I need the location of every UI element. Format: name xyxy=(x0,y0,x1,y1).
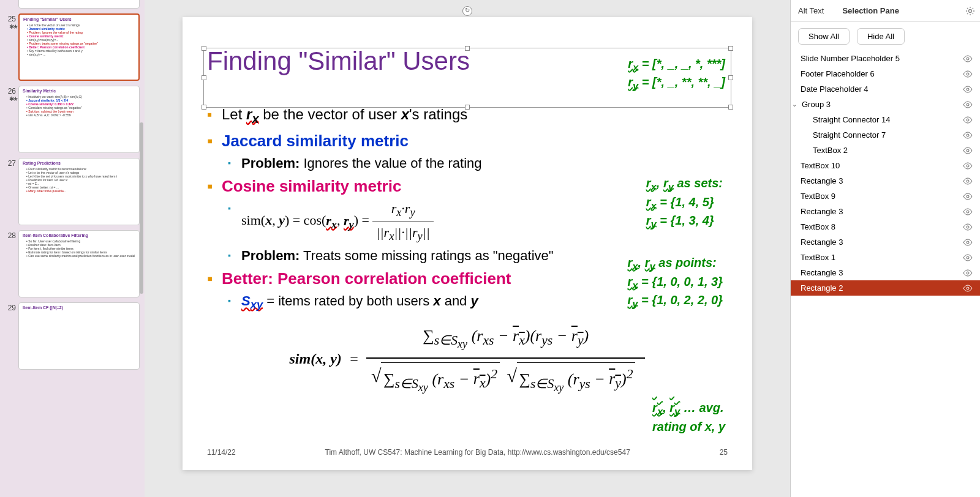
thumb-partial[interactable]: Find set N of other users whose ratings … xyxy=(18,0,140,9)
pearson-equation: sim(x, y) = ∑s∈Sxy (rxs − rx)(rys − ry) … xyxy=(207,320,728,400)
gear-icon[interactable] xyxy=(965,6,975,16)
eye-icon[interactable] xyxy=(963,254,973,261)
selection-item[interactable]: Date Placeholder 4 xyxy=(791,81,980,97)
thumb-title: Rating Predictions xyxy=(23,161,135,166)
eye-icon[interactable] xyxy=(963,269,973,277)
svg-point-7 xyxy=(967,149,969,152)
avg-note: rx, ry … avg. rating of x, y xyxy=(652,400,725,435)
selection-item-label: Rectangle 3 xyxy=(801,176,843,185)
svg-point-0 xyxy=(969,9,972,12)
svg-point-11 xyxy=(967,211,969,213)
vector-notation: rx = [*, _, _, *, ***] ry = [*, _, **, *… xyxy=(628,56,725,93)
selection-item[interactable]: Rectangle 3 xyxy=(791,265,980,280)
selection-item[interactable]: TextBox 1 xyxy=(791,250,980,265)
selection-list[interactable]: Slide Number Placeholder 5Footer Placeho… xyxy=(791,51,980,497)
slide-thumbnail[interactable]: Rating Predictions• From similarity metr… xyxy=(18,158,140,225)
selection-item-label: TextBox 9 xyxy=(801,192,835,201)
slide-thumbnail[interactable]: Item-Item Collaborative Filtering• So fa… xyxy=(18,230,140,297)
thumb-partial-row: Find set N of other users whose ratings … xyxy=(2,2,140,9)
thumb-line: • sim A,B vs. A,C: 0.092 > -0.559 xyxy=(23,113,135,117)
resize-handle[interactable] xyxy=(202,75,206,80)
thumbs-scrollbar[interactable] xyxy=(140,122,143,294)
svg-point-12 xyxy=(967,226,969,228)
eye-icon[interactable] xyxy=(963,177,973,185)
show-all-button[interactable]: Show All xyxy=(798,28,850,45)
svg-point-3 xyxy=(967,88,969,91)
eye-icon[interactable] xyxy=(963,70,973,78)
selection-item-label: TextBox 2 xyxy=(813,146,848,155)
slide-thumbnail[interactable]: Finding "Similar" Users• Let rx be the v… xyxy=(18,13,140,81)
text: = items rated by both users xyxy=(263,293,433,308)
text: rating of xyxy=(652,420,705,433)
svg-point-15 xyxy=(967,272,969,274)
thumb-number: 25 xyxy=(2,13,18,81)
selection-item[interactable]: Slide Number Placeholder 5 xyxy=(791,51,980,66)
eye-icon[interactable] xyxy=(963,239,973,246)
resize-handle[interactable] xyxy=(202,105,206,110)
eye-icon[interactable] xyxy=(963,208,973,215)
eye-icon[interactable] xyxy=(963,86,973,93)
eye-icon[interactable] xyxy=(963,101,973,108)
panel-tabs: Alt Text Selection Pane xyxy=(791,0,980,22)
eye-icon[interactable] xyxy=(963,285,973,292)
eye-icon[interactable] xyxy=(963,116,973,124)
text: … avg. xyxy=(680,401,723,414)
thumb-row: 29Item-Item CF (|N|=2) xyxy=(2,302,140,370)
bullet-pearson: Better: Pearson correlation coefficient xyxy=(207,266,728,291)
selection-item[interactable]: Straight Connector 7 xyxy=(791,127,980,143)
rotate-handle[interactable] xyxy=(462,6,472,16)
right-panel: Alt Text Selection Pane Show All Hide Al… xyxy=(790,0,980,497)
selection-item-label: Rectangle 3 xyxy=(801,268,843,277)
eye-icon[interactable] xyxy=(963,132,973,139)
text: be the vector of user xyxy=(259,106,401,122)
slide-canvas[interactable]: Finding "Similar" Users rx = [*, _, _, *… xyxy=(145,0,790,497)
slide[interactable]: Finding "Similar" Users rx = [*, _, _, *… xyxy=(183,17,752,470)
tab-alt-text[interactable]: Alt Text xyxy=(798,6,824,15)
resize-handle[interactable] xyxy=(728,75,733,80)
selection-item[interactable]: TextBox 8 xyxy=(791,219,980,234)
slide-footer: 11/14/22 Tim Althoff, UW CS547: Machine … xyxy=(207,448,728,457)
selection-item[interactable]: ⌄Group 3 xyxy=(791,97,980,112)
selection-item[interactable]: Rectangle 3 xyxy=(791,173,980,189)
selection-item[interactable]: Rectangle 2 xyxy=(791,280,980,296)
text: Treats some missing ratings as "negative… xyxy=(300,248,553,263)
selection-item[interactable]: Rectangle 3 xyxy=(791,234,980,250)
bullet-cosine: Cosine similarity metric xyxy=(207,174,728,198)
thumb-title: Finding "Similar" Users xyxy=(23,17,135,22)
hide-all-button[interactable]: Hide All xyxy=(857,28,905,45)
thumb-title: Item-Item CF (|N|=2) xyxy=(23,305,135,310)
resize-handle[interactable] xyxy=(728,105,733,110)
vec-note-line: = [*, _, **, **, _] xyxy=(638,75,725,89)
svg-point-13 xyxy=(967,241,969,244)
resize-handle[interactable] xyxy=(465,46,470,51)
thumbnails-panel[interactable]: Find set N of other users whose ratings … xyxy=(0,0,145,497)
resize-handle[interactable] xyxy=(728,46,733,51)
selection-item-label: Slide Number Placeholder 5 xyxy=(801,54,900,63)
tab-selection-pane[interactable]: Selection Pane xyxy=(842,6,899,15)
eye-icon[interactable] xyxy=(963,55,973,62)
slide-thumbnail[interactable]: Item-Item CF (|N|=2) xyxy=(18,302,140,370)
text: Problem: xyxy=(241,155,300,171)
selection-item[interactable]: Footer Placeholder 6 xyxy=(791,66,980,81)
selection-item-label: TextBox 10 xyxy=(801,161,840,170)
selection-item-label: Footer Placeholder 6 xyxy=(801,69,875,78)
thumb-line: • Many other tricks possible... xyxy=(23,189,135,193)
selection-item-label: Rectangle 3 xyxy=(801,237,843,247)
selection-item[interactable]: TextBox 9 xyxy=(791,189,980,204)
resize-handle[interactable] xyxy=(202,46,206,51)
text: Let xyxy=(222,106,246,122)
thumb-title: Similarity Metric xyxy=(23,89,135,94)
eye-icon[interactable] xyxy=(963,193,973,200)
slide-thumbnail[interactable]: Similarity Metric• Intuitively we want: … xyxy=(18,86,140,153)
selection-item[interactable]: TextBox 2 xyxy=(791,143,980,158)
thumb-row: 28Item-Item Collaborative Filtering• So … xyxy=(2,230,140,297)
selection-item[interactable]: TextBox 10 xyxy=(791,158,980,173)
eye-icon[interactable] xyxy=(963,223,973,231)
eye-icon[interactable] xyxy=(963,162,973,170)
svg-point-9 xyxy=(967,180,969,182)
thumb-number: 26 xyxy=(2,86,18,153)
selection-item[interactable]: Rectangle 3 xyxy=(791,204,980,219)
eye-icon[interactable] xyxy=(963,147,973,154)
chevron-down-icon[interactable]: ⌄ xyxy=(792,101,799,108)
selection-item[interactable]: Straight Connector 14 xyxy=(791,112,980,127)
